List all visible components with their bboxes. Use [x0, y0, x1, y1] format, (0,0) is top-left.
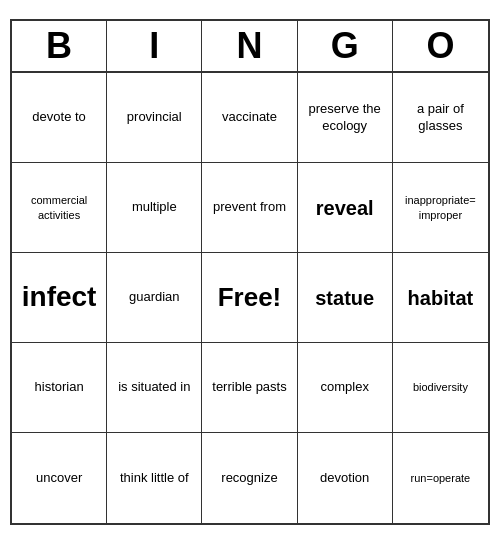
cell-text: uncover — [36, 470, 82, 487]
cell-text: biodiversity — [413, 380, 468, 394]
cell-text: preserve the ecology — [302, 101, 388, 135]
cell-text: provincial — [127, 109, 182, 126]
bingo-cell: devote to — [12, 73, 107, 163]
bingo-cell: think little of — [107, 433, 202, 523]
cell-text: vaccinate — [222, 109, 277, 126]
cell-text: devote to — [32, 109, 86, 126]
bingo-cell: habitat — [393, 253, 488, 343]
cell-text: terrible pasts — [212, 379, 286, 396]
bingo-cell: biodiversity — [393, 343, 488, 433]
bingo-card: BINGO devote toprovincialvaccinatepreser… — [10, 19, 490, 525]
bingo-cell: run=operate — [393, 433, 488, 523]
cell-text: commercial activities — [16, 193, 102, 222]
cell-text: a pair of glasses — [397, 101, 484, 135]
header-letter: I — [107, 21, 202, 71]
bingo-cell: prevent from — [202, 163, 297, 253]
bingo-cell: infect — [12, 253, 107, 343]
cell-text: reveal — [316, 195, 374, 221]
bingo-cell: commercial activities — [12, 163, 107, 253]
cell-text: complex — [320, 379, 368, 396]
bingo-cell: preserve the ecology — [298, 73, 393, 163]
bingo-grid: devote toprovincialvaccinatepreserve the… — [12, 73, 488, 523]
bingo-header: BINGO — [12, 21, 488, 73]
cell-text: guardian — [129, 289, 180, 306]
cell-text: is situated in — [118, 379, 190, 396]
bingo-cell: uncover — [12, 433, 107, 523]
cell-text: prevent from — [213, 199, 286, 216]
bingo-cell: reveal — [298, 163, 393, 253]
header-letter: B — [12, 21, 107, 71]
cell-text: think little of — [120, 470, 189, 487]
bingo-cell: inappropriate= improper — [393, 163, 488, 253]
bingo-cell: recognize — [202, 433, 297, 523]
bingo-cell: devotion — [298, 433, 393, 523]
cell-text: statue — [315, 285, 374, 311]
bingo-cell: statue — [298, 253, 393, 343]
cell-text: multiple — [132, 199, 177, 216]
cell-text: run=operate — [411, 471, 471, 485]
bingo-cell: a pair of glasses — [393, 73, 488, 163]
bingo-cell: historian — [12, 343, 107, 433]
header-letter: G — [298, 21, 393, 71]
bingo-cell: Free! — [202, 253, 297, 343]
cell-text: Free! — [218, 281, 282, 315]
bingo-cell: is situated in — [107, 343, 202, 433]
cell-text: infect — [22, 279, 97, 315]
cell-text: habitat — [408, 285, 474, 311]
bingo-cell: guardian — [107, 253, 202, 343]
cell-text: historian — [35, 379, 84, 396]
cell-text: recognize — [221, 470, 277, 487]
cell-text: devotion — [320, 470, 369, 487]
bingo-cell: terrible pasts — [202, 343, 297, 433]
bingo-cell: provincial — [107, 73, 202, 163]
cell-text: inappropriate= improper — [397, 193, 484, 222]
bingo-cell: multiple — [107, 163, 202, 253]
bingo-cell: vaccinate — [202, 73, 297, 163]
header-letter: O — [393, 21, 488, 71]
bingo-cell: complex — [298, 343, 393, 433]
header-letter: N — [202, 21, 297, 71]
